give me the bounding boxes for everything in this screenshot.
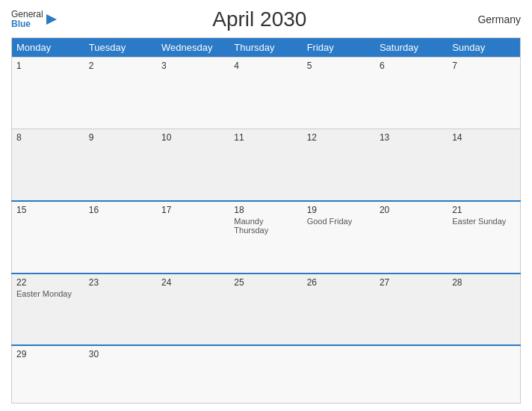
calendar-cell: 4 xyxy=(229,58,302,129)
day-number: 24 xyxy=(161,277,225,288)
day-number: 18 xyxy=(234,205,297,215)
calendar-cell: 9 xyxy=(84,129,157,201)
calendar-cell: 20 xyxy=(375,201,448,273)
day-number: 16 xyxy=(89,205,152,215)
calendar-cell xyxy=(157,345,229,403)
day-number: 26 xyxy=(307,277,371,288)
holiday-label: Easter Sunday xyxy=(452,217,516,226)
holiday-label: Good Friday xyxy=(307,217,371,226)
calendar-cell: 23 xyxy=(84,274,157,345)
col-wednesday: Wednesday xyxy=(157,38,229,58)
calendar-cell: 7 xyxy=(448,58,520,129)
holiday-label: Maundy Thursday xyxy=(234,217,297,235)
day-number: 27 xyxy=(380,277,443,288)
calendar-cell xyxy=(303,345,375,403)
svg-marker-0 xyxy=(46,14,57,25)
day-number: 8 xyxy=(16,132,80,143)
calendar-cell: 2 xyxy=(84,58,157,129)
day-number: 22 xyxy=(16,277,80,288)
day-number: 21 xyxy=(452,205,516,215)
col-saturday: Saturday xyxy=(375,38,448,58)
calendar-title: April 2030 xyxy=(58,7,461,31)
calendar-cell: 28 xyxy=(448,274,520,345)
col-thursday: Thursday xyxy=(229,38,302,58)
calendar-week-row: 1234567 xyxy=(12,58,521,129)
day-number: 14 xyxy=(452,132,516,143)
day-number: 4 xyxy=(234,61,297,71)
calendar-cell xyxy=(448,345,520,403)
calendar-cell: 8 xyxy=(12,129,84,201)
calendar-cell: 21Easter Sunday xyxy=(448,201,520,273)
calendar-week-row: 891011121314 xyxy=(12,129,521,201)
calendar-table: Monday Tuesday Wednesday Thursday Friday… xyxy=(11,37,521,404)
col-tuesday: Tuesday xyxy=(84,38,157,58)
day-number: 10 xyxy=(161,132,225,143)
country-label: Germany xyxy=(461,13,521,25)
day-number: 20 xyxy=(380,205,443,215)
day-number: 13 xyxy=(380,132,443,143)
calendar-cell xyxy=(375,345,448,403)
calendar-cell: 24 xyxy=(157,274,229,345)
day-number: 3 xyxy=(161,61,225,71)
calendar-cell: 12 xyxy=(303,129,375,201)
calendar-cell: 3 xyxy=(157,58,229,129)
day-number: 2 xyxy=(89,61,152,71)
calendar-cell: 30 xyxy=(84,345,157,403)
col-friday: Friday xyxy=(303,38,375,58)
calendar-cell: 17 xyxy=(157,201,229,273)
day-number: 30 xyxy=(89,349,152,359)
day-number: 29 xyxy=(16,349,80,359)
calendar-cell: 22Easter Monday xyxy=(12,274,84,345)
day-number: 17 xyxy=(161,205,225,215)
calendar-header: General Blue April 2030 Germany xyxy=(11,7,521,31)
calendar-week-row: 22Easter Monday232425262728 xyxy=(12,274,521,345)
calendar-cell: 10 xyxy=(157,129,229,201)
calendar-cell: 19Good Friday xyxy=(303,201,375,273)
calendar-cell: 13 xyxy=(375,129,448,201)
calendar-week-row: 2930 xyxy=(12,345,521,403)
col-monday: Monday xyxy=(12,38,84,58)
day-number: 7 xyxy=(452,61,516,71)
day-number: 5 xyxy=(307,61,371,71)
calendar-cell: 6 xyxy=(375,58,448,129)
day-number: 9 xyxy=(89,132,152,143)
calendar-week-row: 15161718Maundy Thursday19Good Friday2021… xyxy=(12,201,521,273)
col-sunday: Sunday xyxy=(448,38,520,58)
calendar-cell xyxy=(229,345,302,403)
calendar-cell: 18Maundy Thursday xyxy=(229,201,302,273)
calendar-header-row: Monday Tuesday Wednesday Thursday Friday… xyxy=(12,38,521,58)
calendar-page: General Blue April 2030 Germany Monday T… xyxy=(0,0,532,411)
calendar-cell: 1 xyxy=(12,58,84,129)
calendar-cell: 15 xyxy=(12,201,84,273)
calendar-cell: 29 xyxy=(12,345,84,403)
calendar-cell: 27 xyxy=(375,274,448,345)
holiday-label: Easter Monday xyxy=(16,289,80,298)
day-number: 28 xyxy=(452,277,516,288)
calendar-cell: 14 xyxy=(448,129,520,201)
calendar-cell: 25 xyxy=(229,274,302,345)
logo: General Blue xyxy=(11,10,58,29)
day-number: 12 xyxy=(307,132,371,143)
logo-blue-text: Blue xyxy=(11,19,43,29)
day-number: 19 xyxy=(307,205,371,215)
day-number: 6 xyxy=(380,61,443,71)
day-number: 25 xyxy=(234,277,297,288)
day-number: 1 xyxy=(16,61,80,71)
calendar-cell: 11 xyxy=(229,129,302,201)
day-number: 15 xyxy=(16,205,80,215)
logo-flag-icon xyxy=(45,13,58,26)
day-number: 11 xyxy=(234,132,297,143)
calendar-cell: 16 xyxy=(84,201,157,273)
calendar-cell: 26 xyxy=(303,274,375,345)
day-number: 23 xyxy=(89,277,152,288)
calendar-cell: 5 xyxy=(303,58,375,129)
